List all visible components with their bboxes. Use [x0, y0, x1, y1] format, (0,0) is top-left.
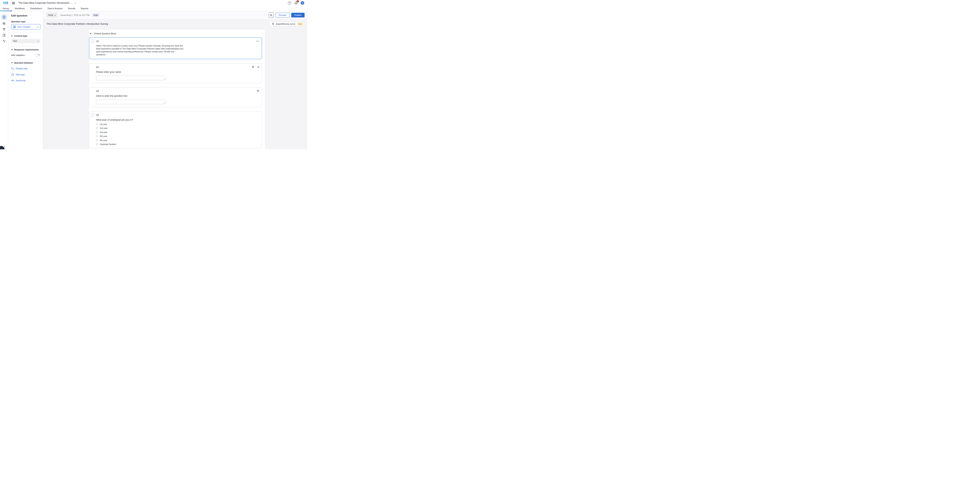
display-logic-icon [11, 67, 14, 70]
draft-badge: Draft [92, 13, 99, 17]
tab-reports[interactable]: Reports [81, 7, 88, 10]
avatar[interactable]: N [301, 1, 304, 5]
radio-option: 5th year [96, 139, 259, 142]
question-id: Q1 [96, 40, 99, 42]
option-label[interactable]: 2nd year [100, 127, 108, 129]
code-icon: </> [11, 79, 14, 81]
body-layout: Edit question Question type Text / Graph… [0, 11, 307, 149]
content-type-section[interactable]: Content type [11, 35, 40, 37]
survey-options-icon[interactable] [1, 33, 7, 38]
radio-option: 4th year [96, 135, 259, 137]
header-actions: ? 1 N [288, 1, 305, 5]
skip-logic-label: Skip logic [16, 73, 25, 76]
radio-button[interactable] [96, 139, 98, 141]
tab-workflows[interactable]: Workflows [15, 7, 25, 10]
question-card-q4[interactable]: Q4 What year of undergrad are you in? 1s… [89, 111, 262, 148]
question-menu-icon[interactable] [256, 40, 259, 42]
help-icon[interactable]: ? [288, 2, 291, 5]
display-logic-link[interactable]: Display logic [11, 67, 40, 70]
preview-button[interactable]: Preview [275, 13, 290, 18]
question-behavior-section[interactable]: Question behavior [11, 62, 40, 64]
blocks-icon[interactable] [1, 21, 7, 26]
expert-review-score-badge: Fair [297, 22, 304, 26]
radio-option: 3rd year [96, 131, 259, 133]
radio-button[interactable] [96, 143, 98, 145]
hamburger-menu-icon[interactable] [12, 2, 15, 4]
look-and-feel-icon[interactable] [1, 27, 7, 32]
question-card-q3[interactable]: Q3 Click to write the question text [89, 87, 262, 107]
skip-logic-icon [11, 73, 14, 76]
collapse-block-icon[interactable] [90, 33, 91, 34]
survey-title: The Data Mine Corporate Partners Introdu… [46, 22, 108, 25]
question-header: Q4 [96, 113, 259, 117]
lightbulb-icon [272, 22, 274, 25]
text-graphic-icon [13, 26, 16, 28]
display-logic-label: Display logic [16, 67, 28, 70]
skip-logic-link[interactable]: Skip logic [11, 73, 40, 76]
question-indicators [251, 65, 259, 69]
search-button[interactable] [269, 13, 274, 18]
option-label[interactable]: 3rd year [100, 131, 107, 133]
tools-button[interactable]: Tools [46, 13, 57, 18]
question-header: Q3 [96, 89, 259, 93]
question-behavior-label: Question behavior [14, 62, 33, 64]
lightbulb-icon[interactable] [256, 89, 259, 93]
search-icon [270, 14, 272, 16]
tab-distributions[interactable]: Distributions [30, 7, 42, 10]
question-text[interactable]: Click to write the question text [96, 94, 259, 97]
answer-text-input[interactable] [96, 76, 165, 80]
question-id: Q3 [96, 90, 99, 92]
translations-icon[interactable] [1, 38, 7, 43]
javascript-link[interactable]: </> JavaScript [11, 79, 40, 81]
tab-data-analysis[interactable]: Data & Analysis [48, 7, 62, 10]
radio-option: Graduate Student [96, 143, 259, 145]
question-type-label: Question type [11, 21, 40, 23]
content-type-select[interactable]: Text [11, 39, 40, 43]
radio-button[interactable] [96, 123, 98, 125]
answer-text-input[interactable] [96, 100, 165, 104]
question-text[interactable]: What year of undergrad are you in? [96, 118, 259, 121]
expert-review-chip[interactable]: ExpertReview score Fair [270, 22, 304, 26]
choice-list: 1st year 2nd year 3rd year 4th year [96, 123, 259, 145]
tab-results[interactable]: Results [68, 7, 75, 10]
collapse-icon [11, 49, 13, 50]
tools-label: Tools [48, 14, 53, 16]
radio-button[interactable] [96, 135, 98, 137]
publish-button[interactable]: Publish [291, 13, 305, 18]
question-card-q1[interactable]: Q1 Hello! This form's intent is to learn… [89, 37, 262, 59]
add-validation-row: Add validation [11, 54, 40, 56]
response-requirements-section[interactable]: Response requirements [11, 48, 40, 51]
main-nav: Survey Workflows Distributions Data & An… [0, 6, 307, 11]
xm-logo: XM [3, 1, 8, 5]
add-validation-toggle[interactable] [35, 54, 40, 56]
question-type-select[interactable]: Text / Graphic [11, 24, 40, 29]
block-title[interactable]: Default Question Block [94, 32, 116, 35]
option-label[interactable]: 1st year [100, 123, 107, 125]
content-type-label: Content type [14, 35, 27, 37]
question-text[interactable]: Please enter your name [96, 71, 259, 73]
option-label[interactable]: 4th year [100, 135, 107, 137]
question-checkbox[interactable] [91, 113, 94, 117]
notification-badge: 1 [296, 0, 299, 3]
survey-toolbar: Tools Saved Aug 2, 2022 at 4:57 PM Draft… [43, 11, 307, 19]
question-id: Q2 [96, 66, 99, 68]
radio-button[interactable] [96, 127, 98, 129]
question-checkbox[interactable] [91, 40, 94, 43]
radio-button[interactable] [96, 131, 98, 133]
tab-survey[interactable]: Survey [3, 7, 9, 10]
question-card-q2[interactable]: Q2 Please enter your name [89, 63, 262, 83]
collapse-icon [11, 62, 13, 63]
chevron-down-icon[interactable] [74, 2, 76, 3]
block-header: Default Question Block [89, 32, 262, 35]
lightbulb-icon[interactable] [251, 65, 255, 69]
chevron-down-icon [38, 40, 39, 42]
option-label[interactable]: 5th year [100, 139, 107, 142]
notifications-button[interactable]: 1 [294, 1, 298, 5]
divider [8, 59, 43, 59]
survey-name[interactable]: The Data Mine Corporate Partners Introdu… [18, 2, 72, 4]
option-label[interactable]: Graduate Student [100, 143, 116, 145]
survey-builder-icon[interactable] [1, 14, 7, 20]
question-type-value: Text / Graphic [17, 26, 30, 28]
question-text[interactable]: Hello! This form's intent is to learn mo… [96, 44, 183, 56]
content-type-value: Text [13, 40, 17, 42]
